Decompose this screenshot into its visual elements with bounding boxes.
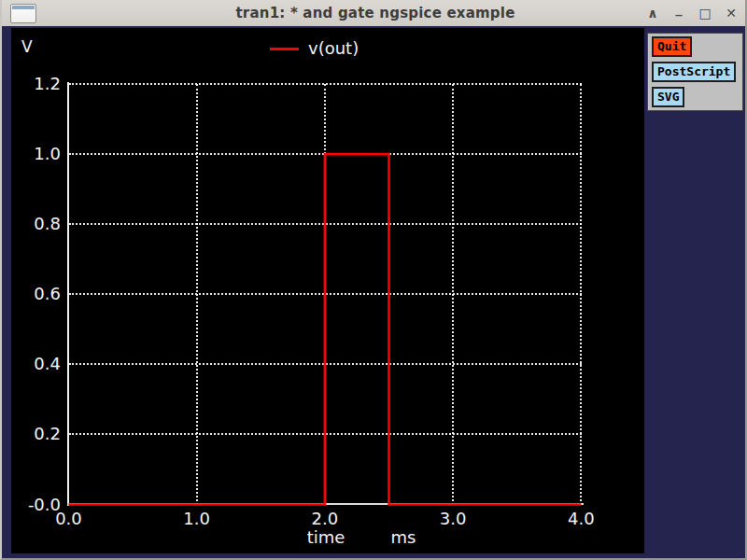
ngspice-plot-window: tran1: * and gate ngspice example ∧ _ □ …: [0, 0, 747, 560]
y-tick-label: 0.8: [8, 215, 61, 233]
x-tick-label: 3.0: [427, 510, 479, 528]
legend-line-swatch: [270, 48, 299, 50]
v-gridline: [196, 84, 198, 505]
v-gridline: [580, 84, 582, 505]
x-axis-line: [67, 503, 584, 505]
shade-icon[interactable]: ∧: [644, 0, 661, 26]
y-axis-unit-label: V: [21, 37, 33, 56]
x-tick-label: 4.0: [555, 510, 607, 528]
y-tick-label: 0.4: [8, 355, 61, 373]
postscript-button[interactable]: PostScript: [652, 62, 736, 82]
legend: v(out): [270, 38, 359, 58]
svg-button[interactable]: SVG: [652, 87, 684, 107]
side-panel: Quit PostScript SVG: [647, 33, 743, 111]
x-axis-label: time: [298, 527, 354, 547]
quit-button[interactable]: Quit: [652, 36, 692, 57]
legend-label: v(out): [308, 38, 359, 58]
x-tick-label: 2.0: [299, 510, 351, 528]
v-gridline: [324, 84, 326, 505]
window-controls: ∧ _ □ ✕: [644, 0, 740, 26]
x-tick-label: 1.0: [171, 510, 223, 528]
titlebar[interactable]: tran1: * and gate ngspice example ∧ _ □ …: [2, 0, 747, 26]
window-icon[interactable]: [10, 4, 36, 23]
x-tick-label: 0.0: [43, 510, 95, 528]
minimize-icon[interactable]: _: [670, 0, 687, 26]
close-icon[interactable]: ✕: [723, 0, 740, 26]
v-gridline: [452, 84, 454, 505]
y-axis-line: [67, 82, 69, 506]
y-tick-label: 1.0: [8, 145, 61, 163]
x-axis-unit-label: ms: [378, 527, 429, 547]
window-title: tran1: * and gate ngspice example: [235, 5, 514, 21]
y-tick-label: 1.2: [8, 75, 61, 93]
maximize-icon[interactable]: □: [697, 0, 713, 26]
y-tick-label: 0.2: [8, 425, 61, 443]
y-tick-label: 0.6: [8, 285, 61, 303]
plot-canvas[interactable]: [11, 28, 644, 553]
